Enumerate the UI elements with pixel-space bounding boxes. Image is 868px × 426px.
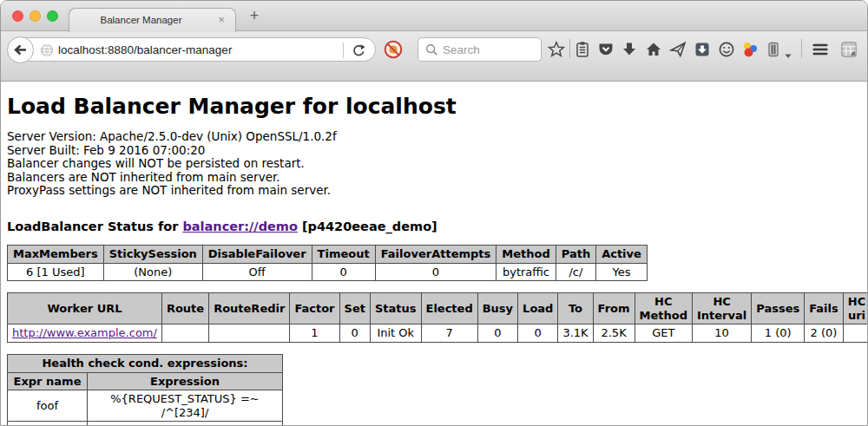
server-info: Server Version: Apache/2.5.0-dev (Unix) … — [7, 130, 867, 198]
plugin-blocked-icon — [384, 40, 403, 59]
cell-hc-interval: 10 — [692, 324, 751, 343]
smiley-icon — [718, 41, 735, 58]
cell-busy: 0 — [477, 324, 517, 343]
download-arrow-icon — [621, 41, 638, 58]
col-disablefailover: DisableFailover — [202, 245, 312, 263]
paper-plane-icon — [669, 41, 687, 58]
tab-balancer-manager[interactable]: Balancer Manager × — [69, 8, 236, 32]
zoom-window-button[interactable] — [47, 10, 58, 22]
col-factor: Factor — [290, 293, 339, 324]
cell-status: Init Ok — [370, 324, 421, 343]
send-tab-button[interactable] — [669, 41, 687, 58]
titlebar: Balancer Manager × + — [1, 1, 867, 31]
toolbar-separator — [569, 39, 570, 58]
cell-route — [161, 324, 208, 343]
box-download-icon — [694, 41, 711, 58]
balancer-persist-note: Balancer changes will NOT be persisted o… — [7, 157, 867, 171]
page-title: Load Balancer Manager for localhost — [7, 94, 867, 119]
col-active: Active — [596, 245, 648, 263]
extension-dots-button[interactable] — [741, 41, 759, 58]
search-icon — [425, 43, 438, 56]
worker-status-table: Worker URL Route RouteRedir Factor Set S… — [7, 292, 868, 343]
downloads-button[interactable] — [621, 41, 638, 58]
status-prefix: LoadBalancer Status for — [7, 220, 178, 233]
grid-tile-icon — [840, 40, 858, 59]
col-passes: Passes — [752, 293, 805, 324]
reload-button[interactable] — [349, 42, 368, 59]
table-header-row: MaxMembers StickySession DisableFailover… — [8, 245, 648, 263]
feedback-button[interactable] — [718, 41, 735, 58]
page-content: Load Balancer Manager for localhost Serv… — [1, 82, 867, 425]
menu-button[interactable] — [812, 41, 829, 58]
col-load: Load — [518, 293, 558, 324]
table-row: foof2 hc('body') =~ /domain is establish… — [8, 422, 283, 426]
table-header-row: Worker URL Route RouteRedir Factor Set S… — [8, 293, 868, 324]
video-download-button[interactable] — [694, 41, 711, 58]
back-button[interactable] — [7, 36, 34, 63]
cell-expression: %{REQUEST_STATUS} =~ /^[234]/ — [88, 390, 283, 422]
pocket-icon — [597, 41, 615, 58]
cell-stickysession: (None) — [103, 263, 202, 281]
cell-active: Yes — [596, 263, 648, 281]
table-title-row: Health check cond. expressions: — [8, 354, 283, 372]
home-button[interactable] — [645, 41, 662, 58]
tab-title: Balancer Manager — [69, 9, 213, 32]
search-input[interactable] — [443, 39, 536, 60]
col-set: Set — [339, 293, 370, 324]
cell-expr-name: foof — [8, 390, 88, 422]
table-row: foof %{REQUEST_STATUS} =~ /^[234]/ — [8, 390, 283, 422]
plugin-blocked-button[interactable] — [384, 40, 403, 59]
back-arrow-icon — [12, 42, 29, 58]
cell-expression: hc('body') =~ /domain is established/ — [88, 422, 283, 426]
reading-list-button[interactable] — [574, 41, 591, 58]
search-bar[interactable] — [418, 37, 542, 62]
table-row: 6 [1 Used] (None) Off 0 0 bytraffic /c/ … — [8, 263, 648, 281]
url-input[interactable] — [58, 39, 319, 60]
tab-close-icon[interactable]: × — [214, 13, 228, 27]
bookmark-star-button[interactable] — [548, 41, 565, 58]
new-tab-button[interactable]: + — [245, 7, 264, 26]
col-from: From — [593, 293, 635, 324]
cell-routeredir — [209, 324, 290, 343]
col-hc-uri: HC uri — [843, 293, 868, 324]
table-header-row: Expr name Expression — [8, 372, 283, 390]
server-built-line: Server Built: Feb 9 2016 07:00:20 — [7, 144, 867, 158]
col-failoverattempts: FailoverAttempts — [375, 245, 496, 263]
cell-load: 0 — [518, 324, 558, 343]
col-fails: Fails — [805, 293, 844, 324]
balancer-demo-link[interactable]: balancer://demo — [182, 220, 298, 233]
server-version-line: Server Version: Apache/2.5.0-dev (Unix) … — [7, 130, 867, 144]
balancer-inherit-note: Balancers are NOT inherited from main se… — [7, 171, 867, 185]
globe-icon — [40, 43, 54, 57]
col-expression: Expression — [88, 372, 283, 390]
extension-dropdown-caret[interactable] — [785, 47, 792, 52]
cell-hc-method: GET — [635, 324, 692, 343]
url-bar[interactable] — [8, 37, 376, 62]
proxypass-note: ProxyPass settings are NOT inherited fro… — [7, 184, 867, 198]
table-row: http://www.example.com/ 1 0 Init Ok 7 0 … — [8, 324, 868, 343]
archive-extension-button[interactable] — [765, 41, 782, 58]
close-window-button[interactable] — [12, 10, 23, 22]
cell-disablefailover: Off — [202, 263, 312, 281]
tab-groups-button[interactable] — [840, 41, 858, 58]
cell-maxmembers: 6 [1 Used] — [8, 263, 104, 281]
col-stickysession: StickySession — [103, 245, 202, 263]
navigation-toolbar — [1, 31, 867, 82]
col-busy: Busy — [477, 293, 517, 324]
browser-window: Balancer Manager × + — [0, 0, 868, 426]
toolbar-separator — [801, 39, 802, 58]
minimize-window-button[interactable] — [30, 10, 41, 22]
cell-method: bytraffic — [496, 263, 556, 281]
col-to: To — [558, 293, 593, 324]
col-route: Route — [161, 293, 208, 324]
col-hc-interval: HC Interval — [692, 293, 751, 324]
col-maxmembers: MaxMembers — [8, 245, 104, 263]
url-bar-divider — [343, 43, 344, 58]
cell-elected: 7 — [421, 324, 477, 343]
cell-passes: 1 (0) — [752, 324, 805, 343]
pocket-button[interactable] — [597, 41, 615, 58]
col-elected: Elected — [421, 293, 477, 324]
clipboard-icon — [574, 41, 591, 58]
worker-url-link[interactable]: http://www.example.com/ — [12, 326, 157, 339]
cell-expr-name: foof2 — [8, 422, 88, 426]
